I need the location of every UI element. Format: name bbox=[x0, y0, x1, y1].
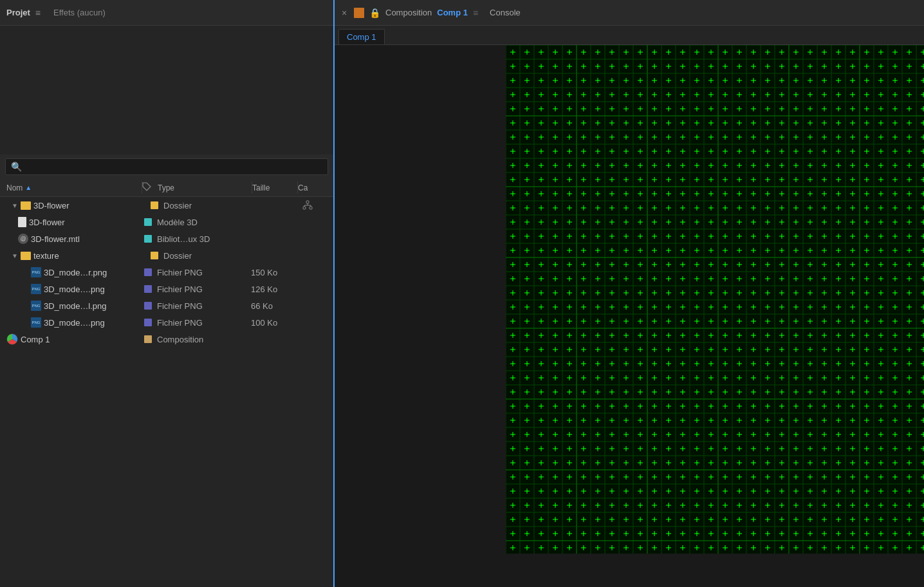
item-name: texture bbox=[33, 251, 59, 261]
menu-separator: ≡ bbox=[473, 8, 478, 18]
type-color-icon bbox=[144, 285, 152, 293]
chevron-down-icon[interactable]: ▼ bbox=[12, 252, 18, 259]
item-type: Fichier PNG bbox=[154, 284, 251, 294]
type-color-icon bbox=[151, 201, 158, 209]
tag-icon bbox=[142, 182, 151, 191]
type-color-cell bbox=[148, 252, 161, 259]
svg-rect-1 bbox=[303, 207, 306, 209]
item-type: Fichier PNG bbox=[154, 301, 251, 311]
type-color-icon bbox=[144, 335, 152, 343]
folder-icon bbox=[21, 201, 31, 210]
item-type: Fichier PNG bbox=[154, 268, 251, 277]
file-icon bbox=[18, 217, 26, 227]
type-color-cell bbox=[142, 319, 154, 326]
tree-icon bbox=[302, 200, 313, 210]
type-color-cell bbox=[142, 285, 154, 293]
col-header-type[interactable]: Type bbox=[155, 183, 252, 192]
type-color-icon bbox=[144, 319, 152, 326]
comp1-label[interactable]: Comp 1 bbox=[437, 8, 468, 17]
list-item[interactable]: Comp 1 Composition bbox=[0, 331, 333, 348]
search-input[interactable] bbox=[26, 162, 322, 172]
viewport-dark-area bbox=[335, 45, 506, 587]
item-type: Bibliot…ux 3D bbox=[154, 234, 251, 244]
comp1-tab[interactable]: Comp 1 bbox=[338, 29, 385, 44]
list-item[interactable]: ▼ 3D-flower Dossier bbox=[0, 197, 333, 214]
item-name: Comp 1 bbox=[21, 335, 50, 344]
item-type: Dossier bbox=[161, 251, 257, 261]
list-item[interactable]: @ 3D-flower.mtl Bibliot…ux 3D bbox=[0, 230, 333, 247]
item-taille: 100 Ko bbox=[251, 318, 296, 328]
type-color-cell bbox=[142, 235, 154, 243]
mtl-icon: @ bbox=[18, 234, 28, 244]
list-item[interactable]: PNG 3D_mode…l.png Fichier PNG 66 Ko bbox=[0, 297, 333, 314]
png-icon: PNG bbox=[31, 301, 41, 311]
composition-svg-icon bbox=[6, 333, 18, 345]
type-color-icon bbox=[144, 218, 152, 226]
projet-menu-icon[interactable]: ≡ bbox=[35, 8, 41, 18]
item-taille: 126 Ko bbox=[251, 284, 296, 294]
type-color-icon bbox=[144, 235, 152, 243]
comp-color-icon bbox=[354, 8, 364, 18]
type-color-cell bbox=[142, 268, 154, 276]
item-name: 3D_mode…r.png bbox=[44, 268, 107, 277]
col-header-taille[interactable]: Taille bbox=[252, 183, 297, 192]
item-name: 3D_mode….png bbox=[44, 318, 105, 328]
composition-label: Composition bbox=[385, 8, 432, 17]
effets-label: Effets (aucun) bbox=[53, 8, 106, 17]
item-name: 3D-flower bbox=[33, 201, 69, 210]
png-icon: PNG bbox=[31, 284, 41, 294]
col-header-ca[interactable]: Ca bbox=[298, 183, 333, 192]
sort-arrow-icon: ▲ bbox=[25, 184, 32, 191]
projet-title: Projet bbox=[6, 8, 30, 17]
right-panel: × 🔒 Composition Comp 1 ≡ Console Comp 1 bbox=[335, 0, 924, 587]
col-type-icon-header bbox=[142, 182, 155, 193]
item-ca bbox=[302, 200, 333, 210]
type-color-cell bbox=[148, 201, 161, 209]
svg-rect-0 bbox=[306, 201, 309, 203]
type-color-icon bbox=[144, 268, 152, 276]
item-name: 3D_mode…l.png bbox=[44, 301, 107, 311]
file-list: ▼ 3D-flower Dossier bbox=[0, 197, 333, 587]
item-type: Composition bbox=[154, 335, 251, 344]
type-color-cell bbox=[142, 302, 154, 310]
col-header-nom[interactable]: Nom ▲ bbox=[0, 183, 142, 192]
projet-empty-area bbox=[0, 26, 333, 154]
table-header: Nom ▲ Type Taille Ca bbox=[0, 179, 333, 197]
svg-rect-2 bbox=[310, 207, 312, 209]
list-item[interactable]: 3D-flower Modèle 3D bbox=[0, 214, 333, 230]
console-label[interactable]: Console bbox=[490, 8, 521, 17]
search-input-wrap[interactable]: 🔍 bbox=[5, 158, 328, 175]
chevron-down-icon[interactable]: ▼ bbox=[12, 202, 18, 209]
green-grid-canvas bbox=[506, 45, 924, 554]
left-panel: Projet ≡ Effets (aucun) 🔍 Nom ▲ bbox=[0, 0, 335, 587]
item-type: Dossier bbox=[161, 201, 257, 210]
right-top-bar: × 🔒 Composition Comp 1 ≡ Console bbox=[335, 0, 924, 26]
item-taille: 150 Ko bbox=[251, 268, 296, 277]
type-color-cell bbox=[142, 218, 154, 226]
folder-icon bbox=[21, 252, 31, 260]
main-layout: Projet ≡ Effets (aucun) 🔍 Nom ▲ bbox=[0, 0, 924, 587]
viewport bbox=[335, 45, 924, 587]
item-name: 3D-flower bbox=[29, 218, 65, 227]
list-item[interactable]: PNG 3D_mode….png Fichier PNG 126 Ko bbox=[0, 281, 333, 297]
type-color-icon bbox=[151, 252, 158, 259]
lock-icon[interactable]: 🔒 bbox=[369, 8, 380, 18]
search-bar: 🔍 bbox=[0, 154, 333, 179]
item-name: 3D_mode….png bbox=[44, 284, 105, 294]
item-type: Fichier PNG bbox=[154, 318, 251, 328]
item-name: 3D-flower.mtl bbox=[31, 234, 80, 244]
png-icon: PNG bbox=[31, 267, 41, 277]
left-panel-header: Projet ≡ Effets (aucun) bbox=[0, 0, 333, 26]
list-item[interactable]: ▼ texture Dossier bbox=[0, 247, 333, 264]
close-button[interactable]: × bbox=[340, 8, 349, 17]
item-taille: 66 Ko bbox=[251, 301, 296, 311]
search-icon: 🔍 bbox=[11, 162, 22, 172]
list-item[interactable]: PNG 3D_mode….png Fichier PNG 100 Ko bbox=[0, 314, 333, 331]
comp-tab-bar: Comp 1 bbox=[335, 26, 924, 45]
composition-icon bbox=[6, 333, 18, 345]
png-icon: PNG bbox=[31, 317, 41, 328]
type-color-cell bbox=[142, 335, 154, 343]
type-color-icon bbox=[144, 302, 152, 310]
list-item[interactable]: PNG 3D_mode…r.png Fichier PNG 150 Ko bbox=[0, 264, 333, 281]
item-type: Modèle 3D bbox=[154, 218, 251, 227]
